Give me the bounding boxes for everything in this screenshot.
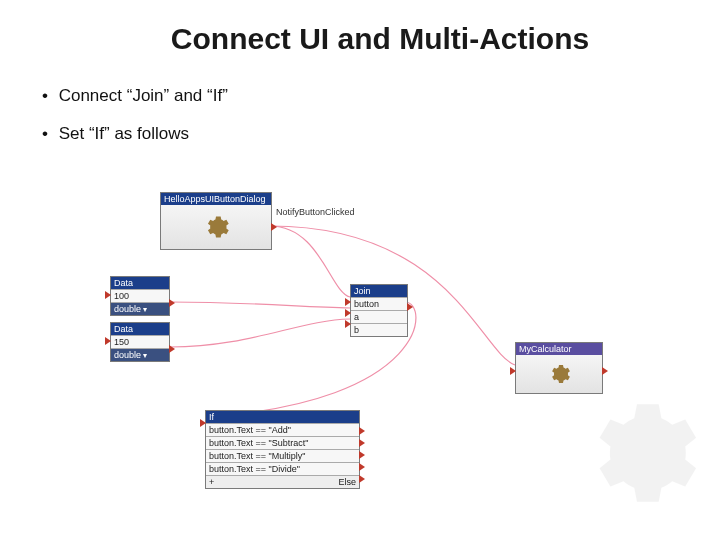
output-port-icon[interactable]: [359, 427, 365, 435]
gear-icon: [161, 205, 271, 249]
node-header: Data: [111, 323, 169, 335]
node-join[interactable]: Join button a b: [350, 284, 408, 337]
join-row[interactable]: a: [351, 310, 407, 323]
output-port-icon[interactable]: [359, 463, 365, 471]
if-else-label: Else: [338, 477, 356, 487]
data-value[interactable]: 100: [111, 289, 169, 302]
output-port-icon[interactable]: [271, 223, 277, 231]
data-value[interactable]: 150: [111, 335, 169, 348]
input-port-icon[interactable]: [200, 419, 206, 427]
if-condition[interactable]: button.Text == "Multiply": [206, 449, 359, 462]
node-header: Join: [351, 285, 407, 297]
node-if[interactable]: If button.Text == "Add" button.Text == "…: [205, 410, 360, 489]
bullet-list: Connect “Join” and “If” Set “If” as foll…: [42, 86, 720, 144]
input-port-icon[interactable]: [105, 291, 111, 299]
output-port-icon[interactable]: [359, 439, 365, 447]
slide-title: Connect UI and Multi-Actions: [0, 0, 720, 56]
node-mycalculator[interactable]: MyCalculator: [515, 342, 603, 394]
if-condition[interactable]: button.Text == "Add": [206, 423, 359, 436]
input-port-icon[interactable]: [510, 367, 516, 375]
input-port-icon[interactable]: [345, 320, 351, 328]
port-label: NotifyButtonClicked: [276, 207, 355, 217]
input-port-icon[interactable]: [345, 309, 351, 317]
node-header: Data: [111, 277, 169, 289]
if-condition[interactable]: button.Text == "Divide": [206, 462, 359, 475]
input-port-icon[interactable]: [345, 298, 351, 306]
if-condition[interactable]: button.Text == "Subtract": [206, 436, 359, 449]
node-header: HelloAppsUIButtonDialog: [161, 193, 271, 205]
output-port-icon[interactable]: [169, 299, 175, 307]
node-dialog[interactable]: HelloAppsUIButtonDialog: [160, 192, 272, 250]
output-port-icon[interactable]: [169, 345, 175, 353]
output-port-icon[interactable]: [359, 475, 365, 483]
data-type-dropdown[interactable]: double: [111, 348, 169, 361]
flow-diagram: HelloAppsUIButtonDialog NotifyButtonClic…: [100, 192, 620, 512]
node-data-2[interactable]: Data 150 double: [110, 322, 170, 362]
node-data-1[interactable]: Data 100 double: [110, 276, 170, 316]
output-port-icon[interactable]: [359, 451, 365, 459]
data-type-dropdown[interactable]: double: [111, 302, 169, 315]
output-port-icon[interactable]: [407, 303, 413, 311]
output-port-icon[interactable]: [602, 367, 608, 375]
input-port-icon[interactable]: [105, 337, 111, 345]
join-row[interactable]: b: [351, 323, 407, 336]
if-add-button[interactable]: +: [209, 477, 214, 487]
bullet-item: Set “If” as follows: [42, 124, 720, 144]
join-row[interactable]: button: [351, 297, 407, 310]
node-header: MyCalculator: [516, 343, 602, 355]
watermark-gear-icon: [572, 388, 702, 522]
node-header: If: [206, 411, 359, 423]
bullet-item: Connect “Join” and “If”: [42, 86, 720, 106]
